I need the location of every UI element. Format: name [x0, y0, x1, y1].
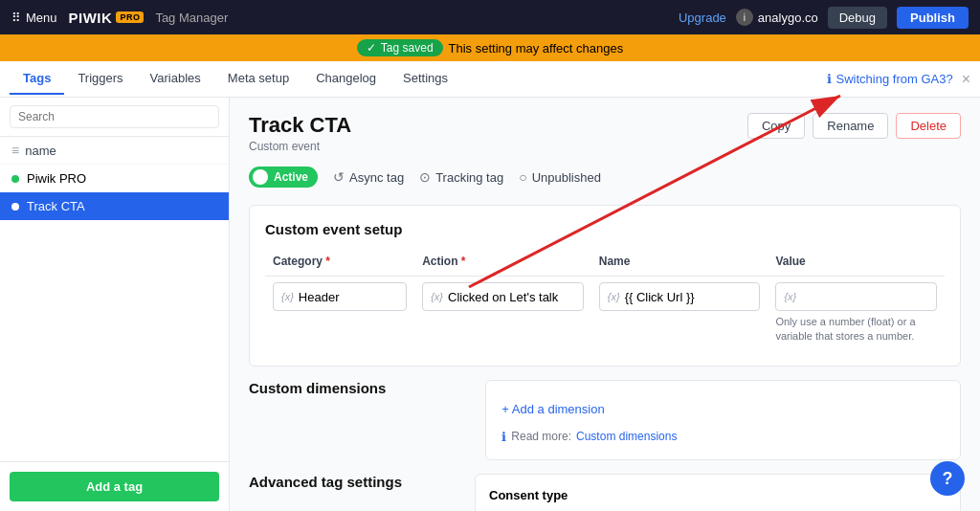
domain-icon: i: [736, 9, 753, 26]
publish-button[interactable]: Publish: [897, 7, 969, 29]
help-button[interactable]: ?: [930, 461, 965, 496]
value-header: Value: [768, 251, 945, 277]
debug-button[interactable]: Debug: [828, 7, 887, 29]
close-hint-button[interactable]: ×: [962, 71, 970, 88]
copy-button[interactable]: Copy: [747, 113, 805, 139]
table-row: {x} Header {x} Clicked on Let's talk: [265, 277, 945, 350]
page-title: Track CTA: [249, 113, 747, 138]
info-icon: ℹ: [501, 430, 506, 444]
tracking-label: Tracking tag: [435, 170, 503, 185]
menu-button[interactable]: ⠿ Menu: [11, 11, 57, 25]
read-more-label: Read more:: [511, 430, 571, 443]
status-dot: [11, 203, 19, 211]
custom-event-title: Custom event setup: [265, 221, 945, 237]
value-prefix: {x}: [784, 291, 796, 302]
custom-dimensions-row: Custom dimensions + Add a dimension ℹ Re…: [249, 380, 961, 460]
ga3-hint[interactable]: ℹ Switching from GA3? ×: [827, 71, 970, 88]
tag-label: Track CTA: [27, 199, 85, 213]
advanced-section: Advanced tag settings Consent type Set t…: [249, 474, 961, 511]
name-cell[interactable]: {x} {{ Click Url }}: [591, 277, 768, 350]
sidebar: ≡ name Piwik PRO Track CTA Add a tag: [0, 98, 230, 511]
tab-triggers[interactable]: Triggers: [64, 63, 136, 95]
status-dot: [11, 175, 19, 183]
advanced-left: Advanced tag settings: [249, 474, 459, 511]
custom-dimensions-panel: + Add a dimension ℹ Read more: Custom di…: [485, 380, 961, 460]
unpublished-item[interactable]: ○ Unpublished: [519, 169, 601, 185]
nav-tabs: Tags Triggers Variables Meta setup Chang…: [0, 61, 980, 98]
tag-saved-label: Tag saved: [381, 41, 434, 55]
category-prefix: {x}: [281, 291, 294, 302]
tab-meta-setup[interactable]: Meta setup: [214, 63, 302, 95]
domain-badge: i analygo.co: [736, 9, 818, 26]
name-value: {{ Click Url }}: [625, 290, 695, 304]
tab-changelog[interactable]: Changelog: [302, 63, 390, 95]
tracking-icon: ⊙: [419, 169, 431, 185]
value-cell[interactable]: {x} Only use a number (float) or a varia…: [768, 277, 945, 350]
delete-button[interactable]: Delete: [896, 113, 961, 139]
pro-badge: PRO: [116, 11, 144, 23]
action-cell[interactable]: {x} Clicked on Let's talk: [414, 277, 591, 350]
sidebar-footer: Add a tag: [0, 461, 229, 511]
toggle-label: Active: [274, 170, 308, 184]
search-input[interactable]: [10, 105, 219, 128]
menu-label: Menu: [26, 11, 57, 25]
tag-label: Piwik PRO: [27, 171, 86, 186]
tab-settings[interactable]: Settings: [390, 63, 461, 95]
tab-tags[interactable]: Tags: [10, 63, 64, 95]
action-value: Clicked on Let's talk: [448, 290, 558, 304]
custom-dimensions-left: Custom dimensions: [249, 380, 470, 460]
tag-saved-pill: ✓ Tag saved: [357, 39, 443, 56]
tag-saved-banner: ✓ Tag saved This setting may affect chan…: [0, 34, 980, 61]
list-item[interactable]: Track CTA: [0, 192, 229, 220]
tracking-tag-item[interactable]: ⊙ Tracking tag: [419, 169, 503, 185]
custom-dimensions-link[interactable]: Custom dimensions: [576, 430, 677, 443]
ga3-hint-label: Switching from GA3?: [836, 72, 953, 86]
custom-event-section: Custom event setup Category Action Name …: [249, 205, 961, 367]
async-tag-item[interactable]: ↺ Async tag: [333, 169, 404, 185]
filter-icon: ≡: [11, 143, 19, 158]
upgrade-button[interactable]: Upgrade: [679, 11, 726, 25]
unpublished-label: Unpublished: [532, 170, 601, 185]
filter-name-item[interactable]: ≡ name: [0, 137, 229, 165]
name-prefix: {x}: [608, 291, 620, 302]
banner-message: This setting may affect changes: [449, 41, 624, 56]
header-actions: Copy Rename Delete: [747, 113, 961, 139]
category-header: Category: [265, 251, 414, 277]
async-icon: ↺: [333, 169, 345, 185]
piwik-logo: PIWIK PRO: [69, 10, 145, 26]
checkmark-icon: ✓: [367, 41, 376, 55]
main-content: Track CTA Custom event Copy Rename Delet…: [230, 98, 980, 511]
async-label: Async tag: [349, 170, 404, 185]
toggle-circle: [253, 169, 268, 185]
unpublished-icon: ○: [519, 169, 526, 185]
add-tag-button[interactable]: Add a tag: [10, 472, 219, 501]
rename-button[interactable]: Rename: [813, 113, 888, 139]
category-value: Header: [299, 290, 340, 304]
name-header: Name: [591, 251, 768, 277]
filter-label: name: [25, 144, 56, 158]
event-table: Category Action Name Value {x} Header: [265, 251, 945, 350]
action-header: Action: [414, 251, 591, 277]
read-more: ℹ Read more: Custom dimensions: [501, 430, 945, 444]
menu-icon: ⠿: [11, 11, 21, 25]
domain-label: analygo.co: [758, 11, 818, 25]
page-subtitle: Custom event: [249, 140, 747, 153]
tab-variables[interactable]: Variables: [137, 63, 214, 95]
status-bar: Active ↺ Async tag ⊙ Tracking tag ○ Unpu…: [249, 167, 961, 188]
advanced-right: Consent type Set the consent type you wa…: [475, 474, 961, 511]
action-prefix: {x}: [431, 291, 443, 302]
add-dimension-label: + Add a dimension: [501, 402, 604, 416]
consent-title: Consent type: [489, 488, 947, 502]
search-box: [0, 98, 229, 137]
add-dimension-button[interactable]: + Add a dimension: [501, 396, 945, 422]
app-name: Tag Manager: [155, 11, 228, 25]
value-hint: Only use a number (float) or a variable …: [775, 315, 937, 344]
list-item[interactable]: Piwik PRO: [0, 165, 229, 192]
advanced-title: Advanced tag settings: [249, 474, 459, 490]
custom-dimensions-title: Custom dimensions: [249, 380, 470, 396]
info-icon: ℹ: [827, 72, 832, 86]
active-toggle[interactable]: Active: [249, 167, 318, 188]
main-title-block: Track CTA Custom event: [249, 113, 747, 153]
category-cell[interactable]: {x} Header: [265, 277, 414, 350]
